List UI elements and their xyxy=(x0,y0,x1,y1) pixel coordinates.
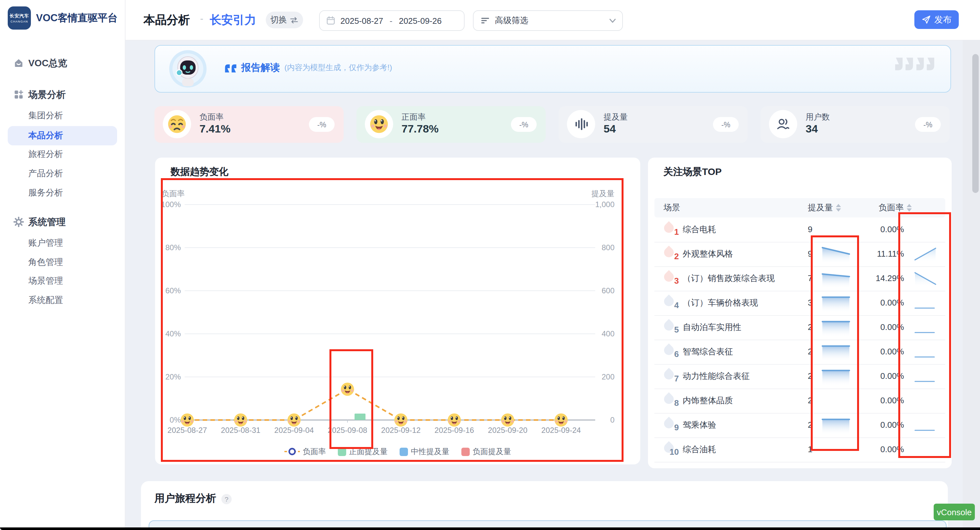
mention-trend-sparkline xyxy=(821,367,851,386)
legend-item-1[interactable]: 正面提及量 xyxy=(337,446,388,457)
column-header-2[interactable]: 负面率 xyxy=(866,198,924,217)
sidebar: 长安汽车 CHANGAN VOC客情直驱平台 VOC总览场景分析集团分析本品分析… xyxy=(0,0,126,530)
table-row[interactable]: 6智驾综合表征20.00% xyxy=(654,340,945,365)
mention-trend-sparkline xyxy=(821,416,851,435)
sidebar-item-role-management[interactable]: 角色管理 xyxy=(0,254,125,271)
home-icon xyxy=(14,57,24,68)
smiley-face-marker[interactable] xyxy=(448,414,461,427)
sidebar-group-label: VOC总览 xyxy=(28,57,67,69)
sort-icon[interactable] xyxy=(906,204,912,212)
sort-icon[interactable] xyxy=(835,204,841,212)
right-axis-tick: 600 xyxy=(601,286,614,295)
smiley-face-marker[interactable] xyxy=(181,414,194,427)
legend-item-0[interactable]: 负面率 xyxy=(284,446,326,457)
happy-face-icon xyxy=(365,110,393,138)
table-row[interactable]: 1综合电耗90.00% xyxy=(654,217,945,243)
table-row[interactable]: 10综合油耗10.00% xyxy=(654,437,945,462)
smiley-face-marker[interactable] xyxy=(501,414,514,427)
negative-trend-sparkline xyxy=(912,416,938,435)
trend-chart-canvas[interactable]: 100%1,00080%80060%60040%40020%2000%0负面率提… xyxy=(155,176,640,446)
publish-button[interactable]: 发布 xyxy=(914,10,959,29)
date-start-value[interactable]: 2025-08-27 xyxy=(340,16,383,25)
negative-trend-sparkline xyxy=(912,244,938,264)
right-axis-tick: 1,000 xyxy=(595,200,614,209)
rank-drop-icon xyxy=(662,368,676,381)
sidebar-group-label: 系统管理 xyxy=(28,216,66,228)
column-header-0: 场景 xyxy=(663,198,702,217)
chart-legend: 负面率正面提及量中性提及量负面提及量 xyxy=(155,445,640,458)
changan-logo: 长安汽车 CHANGAN xyxy=(8,6,31,30)
smiley-face-marker[interactable] xyxy=(234,414,247,427)
table-row[interactable]: 9驾乘体验20.00% xyxy=(654,413,945,438)
app-title: VOC客情直驱平台 xyxy=(36,0,118,36)
sidebar-group-voc-overview[interactable]: VOC总览 xyxy=(0,54,125,72)
legend-label: 中性提及量 xyxy=(411,446,449,457)
smiley-face-marker[interactable] xyxy=(288,414,301,427)
x-axis-label: 2025-09-24 xyxy=(541,426,581,435)
negative-rate: 0.00% xyxy=(848,437,904,462)
sidebar-group-scene-analysis[interactable]: 场景分析 xyxy=(0,86,125,103)
sidebar-item-group-analysis[interactable]: 集团分析 xyxy=(0,107,125,125)
bar-正面提及量[interactable] xyxy=(355,414,366,420)
column-label: 场景 xyxy=(663,202,680,214)
sidebar-item-label: 系统配置 xyxy=(28,295,63,306)
sidebar-item-own-product-analysis[interactable]: 本品分析 xyxy=(8,126,117,145)
table-row[interactable]: 4（订）车辆价格表现30.00% xyxy=(654,291,945,316)
publish-label: 发布 xyxy=(934,14,952,25)
vconsole-button[interactable]: vConsole xyxy=(934,504,975,520)
scrollbar-track[interactable] xyxy=(963,40,980,527)
date-range-picker[interactable]: 2025-08-27 - 2025-09-26 xyxy=(319,10,465,31)
sidebar-item-label: 产品分析 xyxy=(28,168,63,179)
table-row[interactable]: 5自动泊车实用性20.00% xyxy=(654,315,945,340)
rank-badge: 2 xyxy=(663,247,679,261)
window-bottom-edge xyxy=(0,527,980,530)
smiley-face-marker[interactable] xyxy=(341,383,354,396)
stat-label: 负面率 xyxy=(199,112,224,123)
legend-item-3[interactable]: 负面提及量 xyxy=(461,446,511,457)
legend-square-marker xyxy=(399,447,408,456)
scene-name: 综合油耗 xyxy=(683,437,716,462)
sidebar-item-product-analysis[interactable]: 产品分析 xyxy=(0,165,125,182)
sad-face-icon xyxy=(163,110,191,138)
scrollbar-thumb[interactable] xyxy=(972,54,979,193)
sidebar-item-scene-management[interactable]: 场景管理 xyxy=(0,272,125,290)
table-row[interactable]: 2外观整体风格911.11% xyxy=(654,242,945,267)
sidebar-item-account-management[interactable]: 账户管理 xyxy=(0,234,125,252)
mention-count: 2 xyxy=(802,315,818,340)
negative-rate: 0.00% xyxy=(848,389,904,413)
sidebar-group-system-management[interactable]: 系统管理 xyxy=(0,213,125,231)
legend-square-marker xyxy=(337,447,346,456)
column-header-1[interactable]: 提及量 xyxy=(795,198,853,217)
mention-count: 2 xyxy=(802,389,818,413)
sidebar-item-service-analysis[interactable]: 服务分析 xyxy=(0,184,125,202)
report-interpretation-box: 报告解读 (内容为模型生成，仅作为参考!) xyxy=(154,45,951,93)
table-row[interactable]: 3（订）销售政策综合表现714.29% xyxy=(654,266,945,291)
trend-chart-card: 数据趋势变化 100%1,00080%80060%60040%40020%200… xyxy=(155,157,640,464)
sidebar-item-system-config[interactable]: 系统配置 xyxy=(0,291,125,309)
date-end-value[interactable]: 2025-09-26 xyxy=(399,16,442,25)
filter-icon xyxy=(480,16,490,25)
legend-line-circle-marker xyxy=(284,447,299,455)
top-scenes-title: 关注场景TOP xyxy=(663,166,722,178)
legend-square-marker xyxy=(461,447,469,456)
stat-change-badge: -% xyxy=(511,117,537,132)
switch-product-button[interactable]: 切换 xyxy=(266,11,303,28)
logo-text-cn: 长安汽车 xyxy=(10,13,29,19)
product-name-link[interactable]: 长安引力 xyxy=(210,12,256,28)
sidebar-item-label: 服务分析 xyxy=(28,187,63,199)
table-row[interactable]: 7动力性能综合表征20.00% xyxy=(654,364,945,389)
table-row[interactable]: 8内饰整体品质20.00% xyxy=(654,389,945,414)
left-axis-tick: 40% xyxy=(165,329,181,338)
smiley-face-marker[interactable] xyxy=(555,414,568,427)
advanced-filter-select[interactable]: 高级筛选 xyxy=(473,10,623,31)
advanced-filter-label: 高级筛选 xyxy=(495,15,528,26)
legend-item-2[interactable]: 中性提及量 xyxy=(399,446,449,457)
help-icon[interactable]: ? xyxy=(221,494,232,504)
smiley-face-marker[interactable] xyxy=(395,414,408,427)
rank-badge: 3 xyxy=(663,271,679,286)
left-axis-title: 负面率 xyxy=(162,189,185,198)
negative-trend-sparkline xyxy=(912,293,938,313)
table-header: 场景提及量负面率 xyxy=(654,198,945,217)
legend-label: 负面率 xyxy=(303,446,326,457)
sidebar-item-journey-analysis[interactable]: 旅程分析 xyxy=(0,145,125,163)
